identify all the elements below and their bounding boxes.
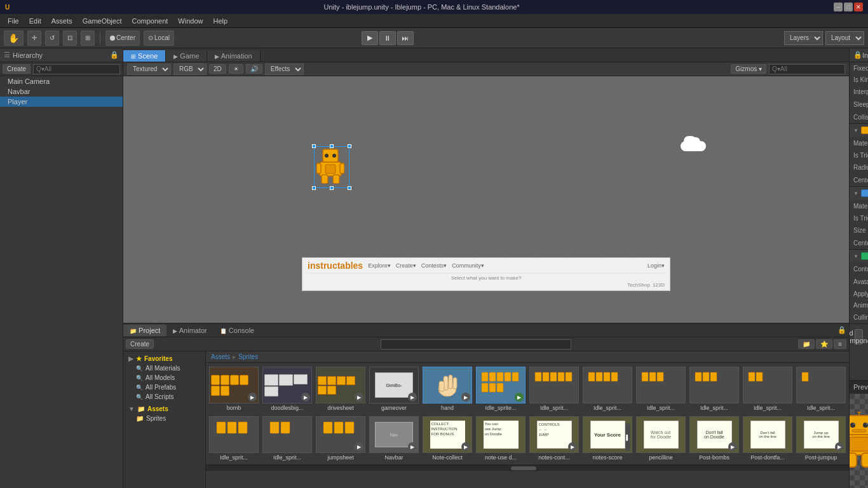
circle-collider-header[interactable]: ▼ ✓ Circle Collider 2D 👁 ⚙ (850, 124, 868, 137)
handle-br[interactable] (348, 186, 351, 190)
box-size-label: Size (853, 227, 868, 234)
asset-doodlesbig[interactable]: ▶ doodlesbig... (262, 365, 313, 412)
asset-idle-sprite-5[interactable]: Idle_sprit... (689, 365, 740, 412)
menu-window[interactable]: Window (173, 16, 208, 26)
project-lock[interactable]: 🔒 (837, 326, 846, 334)
hierarchy-search[interactable] (33, 64, 120, 74)
asset-notes-cont[interactable]: CONTROLS← →JUMP ▶ notes-cont... (529, 415, 580, 462)
animator-header[interactable]: ▼ ⬡⬡ ✓ Animator 👁 ⚙ (850, 250, 868, 262)
asset-notes-score[interactable]: Your Score ▌ notes-score (582, 415, 633, 462)
favorites-item-prefabs[interactable]: 🔍 All Prefabs (123, 383, 205, 392)
gizmos-button[interactable]: Gizmos ▾ (731, 64, 766, 74)
menu-assets[interactable]: Assets (46, 16, 78, 26)
pause-button[interactable]: ⏸ (379, 31, 396, 45)
project-folder-button[interactable]: 📁 (798, 339, 815, 349)
asset-gameover[interactable]: GimBo- ▶ gameover (369, 365, 419, 412)
color-mode-dropdown[interactable]: RGB (173, 64, 207, 75)
favorites-item-materials[interactable]: 🔍 All Materials (123, 363, 205, 373)
scene-canvas[interactable]: instructables Explore▾ Create▾ Contests▾… (123, 76, 849, 323)
center-toggle[interactable]: Center (105, 30, 140, 46)
asset-idle-sprite-3[interactable]: Idle_sprit... (582, 365, 633, 412)
assets-section[interactable]: ▼ 📁 Assets (123, 404, 205, 414)
scale-tool[interactable]: ⊡ (63, 30, 77, 46)
project-create-button[interactable]: Create (126, 339, 154, 349)
menu-gameobject[interactable]: GameObject (78, 16, 127, 26)
asset-post-jumpup[interactable]: Jump upon the line ▶ Post-jumpup (796, 415, 846, 462)
handle-tl[interactable] (312, 144, 316, 148)
asset-idle-sprite-7[interactable]: Idle_sprit... (796, 365, 846, 412)
maximize-button[interactable]: □ (844, 3, 853, 11)
path-sprites[interactable]: Sprites (238, 353, 258, 360)
tab-scene[interactable]: ⊞ Scene (123, 50, 166, 62)
handle-bl[interactable] (312, 186, 316, 190)
asset-idle-sprite-6[interactable]: Idle_sprit... (742, 365, 793, 412)
asset-jumpsheet[interactable]: ▶ jumpsheet (315, 415, 366, 462)
layers-dropdown[interactable]: Layers (784, 31, 823, 45)
favorites-item-models[interactable]: 🔍 All Models (123, 373, 205, 383)
scrollbar-thumb[interactable] (511, 466, 536, 470)
handle-tr[interactable] (348, 144, 351, 148)
hierarchy-item-navbar[interactable]: Navbar (0, 86, 123, 97)
asset-idle-sprite-4[interactable]: Idle_sprit... (635, 365, 686, 412)
audio-button[interactable]: 🔊 (246, 64, 262, 74)
apply-root-motion-row: Apply Root Motion (850, 288, 868, 299)
move-tool[interactable]: ✛ (27, 30, 41, 46)
hierarchy-item-camera[interactable]: Main Camera (0, 76, 123, 86)
menu-edit[interactable]: Edit (24, 16, 46, 26)
local-toggle[interactable]: ⊙ Local (144, 30, 174, 46)
assets-scrollbar-h[interactable] (206, 464, 849, 471)
lighting-button[interactable]: ☀ (229, 64, 243, 74)
step-button[interactable]: ⏭ (397, 31, 414, 45)
project-star-button[interactable]: ⭐ (816, 339, 832, 349)
tab-project[interactable]: 📁 Project (123, 325, 166, 336)
play-button[interactable]: ▶ (362, 31, 378, 45)
tab-console[interactable]: 📋 Console (214, 325, 261, 336)
window-controls[interactable]: ─ □ ✕ (834, 3, 863, 11)
tab-game[interactable]: ▶ Game (166, 50, 207, 62)
asset-drivesheet[interactable]: ▶ drivesheet (315, 365, 366, 412)
box-collider-header[interactable]: ▼ ✓ Box Collider 2D 👁 ⚙ (850, 187, 868, 200)
asset-pencilline[interactable]: Watch outfor Doodle pencilline (635, 415, 686, 462)
close-button[interactable]: ✕ (854, 3, 863, 11)
tab-animator[interactable]: ▶ Animator (166, 325, 213, 336)
rect-tool[interactable]: ⊞ (81, 30, 95, 46)
path-assets[interactable]: Assets (211, 353, 230, 360)
asset-idle-sprite-1[interactable]: ▶ Idle_sprite... (475, 365, 526, 412)
2d-button[interactable]: 2D (209, 64, 226, 74)
project-tab-bar: 📁 Project ▶ Animator 📋 Console 🔒 (123, 323, 849, 337)
asset-idle-sprite-r2-1[interactable]: Idle_sprit... (208, 415, 259, 462)
add-component-button[interactable]: Add Component (855, 329, 863, 344)
hierarchy-panel: ☰ Hierarchy 🔒 Create Main Camera Navbar … (0, 48, 123, 488)
menu-help[interactable]: Help (208, 16, 233, 26)
scene-search[interactable] (769, 64, 845, 74)
layout-dropdown[interactable]: Layout (825, 31, 864, 45)
asset-note-collect[interactable]: COLLECTINSTRUCTIONFOR BONUS ▶ Note-colle… (422, 415, 473, 462)
asset-idle-sprite-2[interactable]: Idle_sprit... (529, 365, 580, 412)
player-object[interactable] (314, 146, 349, 188)
favorites-item-scripts[interactable]: 🔍 All Scripts (123, 392, 205, 402)
hierarchy-item-player[interactable]: Player (0, 97, 123, 107)
assets-item-sprites[interactable]: 📁 Sprites (123, 414, 205, 423)
minimize-button[interactable]: ─ (834, 3, 843, 11)
effects-dropdown[interactable]: Effects (265, 64, 304, 75)
menu-component[interactable]: Component (126, 16, 173, 26)
asset-hand[interactable]: ▶ hand (422, 365, 473, 412)
menu-file[interactable]: File (3, 16, 24, 26)
project-menu-button[interactable]: ≡ (834, 339, 846, 349)
asset-note-use[interactable]: You canuse Jumpon Doodle note-use d... (475, 415, 526, 462)
project-search[interactable] (381, 339, 571, 349)
rotate-tool[interactable]: ↺ (45, 30, 59, 46)
hierarchy-create-button[interactable]: Create (3, 64, 31, 74)
tab-animation[interactable]: ▶ Animation (207, 50, 260, 62)
handle-tm[interactable] (330, 144, 334, 148)
hierarchy-lock[interactable]: 🔒 (110, 51, 119, 59)
asset-bomb[interactable]: ▶ bomb (208, 365, 259, 412)
asset-idle-sprite-r2-2[interactable]: Idle_sprit... (262, 415, 313, 462)
handle-bm[interactable] (330, 186, 334, 190)
view-mode-dropdown[interactable]: Textured (127, 64, 171, 75)
asset-post-dontfa[interactable]: Don't fallon the line Post-dontfa... (742, 415, 793, 462)
asset-post-bombs[interactable]: Don't fallon Doodle ▶ Post-bombs (689, 415, 740, 462)
hand-tool[interactable]: ✋ (4, 30, 24, 46)
asset-navbar[interactable]: Nav ▶ Navbar (369, 415, 419, 462)
favorites-section[interactable]: ▶ ★ Favorites (123, 354, 205, 363)
